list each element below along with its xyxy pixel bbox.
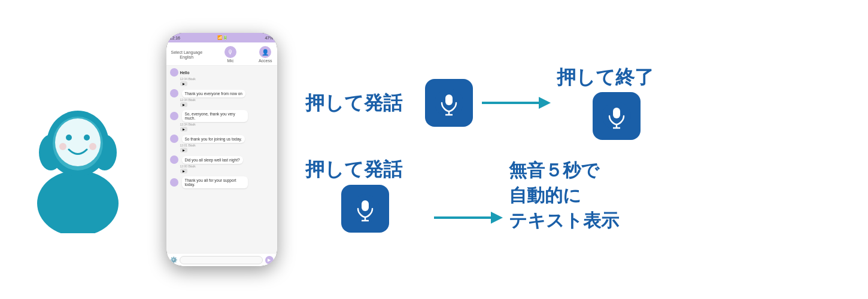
svg-marker-16 [539,97,551,109]
chat-audio-3: ▶ [180,127,187,132]
press-to-speak-label-1: 押して発話 [305,91,425,114]
mic-button-press-2[interactable] [341,185,389,233]
instruction-row-1: 押して発話 押して終了 [305,66,868,140]
svg-point-7 [66,135,72,141]
app-header: Select Language English 🎙 Mic 👤 Access [166,42,277,66]
result-line3: テキスト表示 [509,208,619,233]
svg-point-8 [84,135,90,141]
msg-text-4: So thank you for joining us today. [182,135,245,143]
mic-label: Mic [227,59,234,63]
chat-avatar-2 [170,89,178,97]
svg-point-9 [59,143,66,150]
svg-marker-26 [491,212,503,224]
chat-audio-1: ▶ [180,81,187,86]
arrow-1 [479,91,551,115]
chat-audio-5: ▶ [180,169,187,173]
svg-rect-12 [445,94,453,105]
access-button[interactable]: 👤 Access [259,46,272,63]
settings-icon[interactable]: ⚙️ [170,257,177,263]
message-input[interactable] [180,256,263,264]
input-bar: ⚙️ ▶ [166,253,277,266]
chat-avatar-3 [170,112,178,120]
chat-avatar [170,68,178,77]
svg-point-6 [55,118,101,166]
result-line1: 無音５秒で [509,158,619,183]
svg-point-0 [37,170,119,233]
result-label-1: 押して終了 [557,66,676,89]
language-selector[interactable]: Select Language English [171,50,203,59]
person-area [0,0,156,299]
svg-point-10 [89,143,96,150]
access-label: Access [259,59,272,63]
chat-message-2: Thank you everyone from now on 12:34 Bit… [170,89,274,107]
send-button[interactable]: ▶ [265,256,274,264]
person-avatar [18,66,138,233]
phone-area: 12:16 📶🔋 47% Select Language English 🎙 M… [156,0,287,299]
press-to-speak-label-2: 押して発話 [305,158,425,181]
chat-audio-2: ▶ [180,102,187,107]
chat-avatar-6 [170,178,178,187]
access-icon: 👤 [259,46,271,58]
msg-text-2: Thank you everyone from now on [182,90,245,97]
chat-meta-1: 12:34 Bitalk [180,77,196,81]
language-value: English [180,55,193,59]
chat-meta-3: 12:34 Bitalk [180,123,196,126]
msg-text-5: Did you all sleep well last night? [182,156,243,164]
mic-icon: 🎙 [224,46,236,58]
select-language-label: Select Language [171,50,203,54]
chat-avatar-4 [170,135,178,143]
instruction-row-2: 押して発話 [305,158,868,233]
chat-meta-4: 12:01 Bitalk [180,144,196,147]
chat-message-1: Hello 12:34 Bitalk ▶ [170,68,274,86]
svg-rect-22 [362,200,369,211]
chat-message-3: So, everyone, thank you very much. 12:34… [170,110,274,132]
chat-meta-5: 12:00 Bitalk [180,164,196,168]
chat-area: Hello 12:34 Bitalk ▶ Thank you everyone … [166,66,277,253]
chat-message-6: Thank you all for your support today. [170,176,274,188]
chat-audio-4: ▶ [180,148,187,152]
msg-text-3: So, everyone, thank you very much. [182,110,248,122]
svg-rect-18 [613,108,620,118]
chat-avatar-5 [170,155,178,164]
mic-button-end[interactable] [593,92,641,140]
chat-message-4: So thank you for joining us today. 12:01… [170,135,274,152]
phone-screen: 12:16 📶🔋 47% Select Language English 🎙 M… [166,33,277,266]
mic-button[interactable]: 🎙 Mic [224,46,236,63]
chat-meta-2: 12:34 Bitalk [180,98,196,102]
result-line2: 自動的に [509,183,619,208]
phone-device: 12:16 📶🔋 47% Select Language English 🎙 M… [166,33,277,266]
mic-button-press-1[interactable] [425,79,473,127]
instructions-area: 押して発話 押して終了 [287,54,868,245]
status-battery: 47% [265,36,273,40]
main-container: 12:16 📶🔋 47% Select Language English 🎙 M… [0,0,868,299]
msg-text-1: Hello [180,71,190,75]
status-time: 12:16 [170,36,181,40]
status-icons: 📶🔋 [217,35,228,40]
status-bar: 12:16 📶🔋 47% [166,33,277,42]
chat-message-5: Did you all sleep well last night? 12:00… [170,155,274,173]
arrow-2 [431,206,503,230]
msg-text-6: Thank you all for your support today. [182,176,248,188]
